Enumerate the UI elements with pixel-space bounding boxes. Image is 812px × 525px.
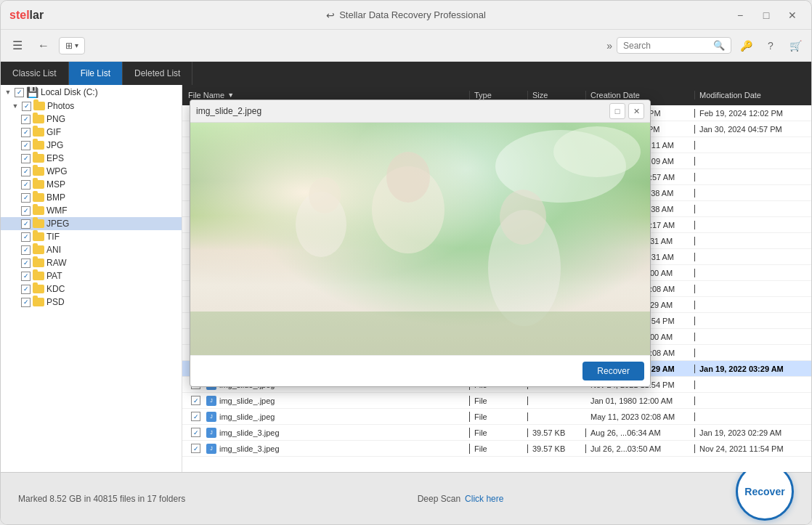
table-row[interactable]: Jimg_slide_3.jpeg File 39.57 KB Aug 26, … — [182, 425, 811, 441]
row-checkbox[interactable] — [191, 412, 200, 421]
file-modification: Jan 19, 2023 02:29 AM — [695, 428, 811, 437]
app-title: Stellar Data Recovery Professional — [339, 9, 486, 20]
checkbox[interactable] — [21, 219, 31, 229]
minimize-button[interactable]: − — [730, 5, 750, 25]
checkbox-photos[interactable] — [22, 102, 31, 111]
checkbox[interactable] — [21, 232, 31, 242]
modal-title: img_slide_2.jpeg — [196, 106, 261, 116]
label: MSP — [46, 179, 179, 190]
recovery-icon: ↩ — [326, 9, 335, 21]
checkbox[interactable] — [21, 259, 31, 268]
label: JPEG — [46, 219, 179, 229]
sidebar-item-psd[interactable]: PSD — [1, 296, 182, 309]
sidebar-item-wpg[interactable]: WPG — [1, 165, 182, 178]
view-toggle-button[interactable]: ⊞ ▾ — [59, 37, 85, 54]
tab-classic-list[interactable]: Classic List — [1, 62, 69, 85]
checkbox[interactable] — [21, 193, 31, 203]
label: GIF — [46, 127, 179, 137]
label: TIF — [46, 232, 179, 242]
expander-icon: ▼ — [4, 88, 12, 97]
sidebar-item-jpg[interactable]: JPG — [1, 139, 182, 152]
folder-icon — [33, 259, 44, 267]
tab-file-list[interactable]: File List — [69, 62, 123, 85]
checkbox[interactable] — [21, 167, 31, 176]
key-button[interactable]: 🔑 — [736, 36, 756, 56]
close-button[interactable]: ✕ — [782, 5, 803, 25]
modal-close-button[interactable]: ✕ — [628, 103, 644, 119]
file-size: 39.57 KB — [528, 428, 586, 437]
modal-titlebar: img_slide_2.jpeg □ ✕ — [190, 100, 650, 123]
checkbox[interactable] — [21, 206, 31, 216]
col-header-type[interactable]: Type — [470, 91, 528, 99]
click-here-link[interactable]: Click here — [465, 494, 503, 504]
tab-deleted-list[interactable]: Deleted List — [123, 62, 192, 85]
sidebar-item-gif[interactable]: GIF — [1, 126, 182, 139]
local-disk-label: Local Disk (C:) — [41, 87, 179, 97]
file-modification: Feb 19, 2024 12:02 PM — [695, 109, 811, 118]
label: RAW — [46, 258, 179, 268]
label: PNG — [46, 114, 179, 124]
table-row[interactable]: Jimg_slide_.jpeg File Jan 01, 1980 12:00… — [182, 393, 811, 409]
table-row[interactable]: Jimg_slide_3.jpeg File 39.57 KB Jul 26, … — [182, 441, 811, 457]
sidebar-item-tif[interactable]: TIF — [1, 230, 182, 243]
sidebar-item-kdc[interactable]: KDC — [1, 282, 182, 296]
logo-text2: lar — [30, 9, 44, 21]
status-text: Marked 8.52 GB in 40815 files in 17 fold… — [18, 494, 185, 504]
modal-restore-button[interactable]: □ — [609, 103, 625, 119]
folder-icon — [33, 245, 44, 254]
row-checkbox[interactable] — [191, 428, 200, 437]
sidebar-item-local-disk[interactable]: ▼ 💾 Local Disk (C:) — [1, 85, 182, 99]
sidebar-item-png[interactable]: PNG — [1, 113, 182, 126]
menu-button[interactable]: ☰ — [7, 35, 28, 57]
checkbox[interactable] — [21, 298, 31, 307]
col-header-modification[interactable]: Modification Date — [695, 91, 811, 99]
sidebar-item-ani[interactable]: ANI — [1, 243, 182, 256]
file-type: File — [470, 396, 528, 405]
file-type: File — [470, 444, 528, 453]
sidebar-item-photos[interactable]: ▼ Photos — [1, 99, 182, 113]
col-header-name[interactable]: File Name ▼ — [182, 91, 470, 99]
search-input[interactable] — [623, 41, 710, 51]
checkbox[interactable] — [21, 245, 31, 255]
checkbox[interactable] — [21, 128, 31, 137]
label: KDC — [46, 284, 179, 294]
titlebar-controls: − □ ✕ — [730, 5, 803, 25]
back-button[interactable]: ← — [33, 35, 54, 57]
maximize-button[interactable]: □ — [756, 5, 776, 25]
col-header-size[interactable]: Size — [528, 91, 586, 99]
file-name: img_slide_.jpeg — [219, 412, 275, 421]
help-button[interactable]: ? — [760, 36, 781, 56]
row-checkbox[interactable] — [191, 444, 200, 453]
sidebar-item-bmp[interactable]: BMP — [1, 191, 182, 204]
sidebar-item-wmf[interactable]: WMF — [1, 204, 182, 217]
folder-icon — [33, 141, 44, 150]
checkbox[interactable] — [21, 115, 31, 124]
sidebar-item-jpeg[interactable]: JPEG — [1, 217, 182, 230]
col-header-creation[interactable]: Creation Date — [586, 91, 695, 99]
file-modification: Nov 24, 2021 11:54 PM — [695, 444, 811, 453]
row-checkbox[interactable] — [191, 396, 200, 405]
search-box: 🔍 — [617, 37, 731, 54]
tabbar: Classic List File List Deleted List — [1, 62, 811, 85]
checkbox[interactable] — [21, 141, 31, 150]
checkbox[interactable] — [21, 272, 31, 281]
sidebar-item-raw[interactable]: RAW — [1, 256, 182, 269]
sidebar-item-pat[interactable]: PAT — [1, 269, 182, 282]
view-arrow: ▾ — [75, 41, 78, 49]
folder-icon — [33, 167, 44, 176]
checkbox[interactable] — [21, 154, 31, 163]
photo-sim-layer — [190, 123, 650, 355]
checkbox[interactable] — [21, 285, 31, 294]
modal-recover-button[interactable]: Recover — [582, 362, 644, 380]
folder-icon — [33, 219, 44, 228]
checkbox[interactable] — [21, 180, 31, 190]
folder-icon — [33, 298, 44, 306]
cart-button[interactable]: 🛒 — [785, 36, 805, 56]
sidebar-item-msp[interactable]: MSP — [1, 178, 182, 191]
search-icon: 🔍 — [713, 40, 725, 51]
folder-icon — [33, 102, 45, 110]
table-row[interactable]: Jimg_slide_.jpeg File May 11, 2023 02:08… — [182, 409, 811, 425]
folder-icon — [33, 232, 44, 241]
sidebar-item-eps[interactable]: EPS — [1, 152, 182, 165]
checkbox-local-disk[interactable] — [15, 88, 24, 97]
